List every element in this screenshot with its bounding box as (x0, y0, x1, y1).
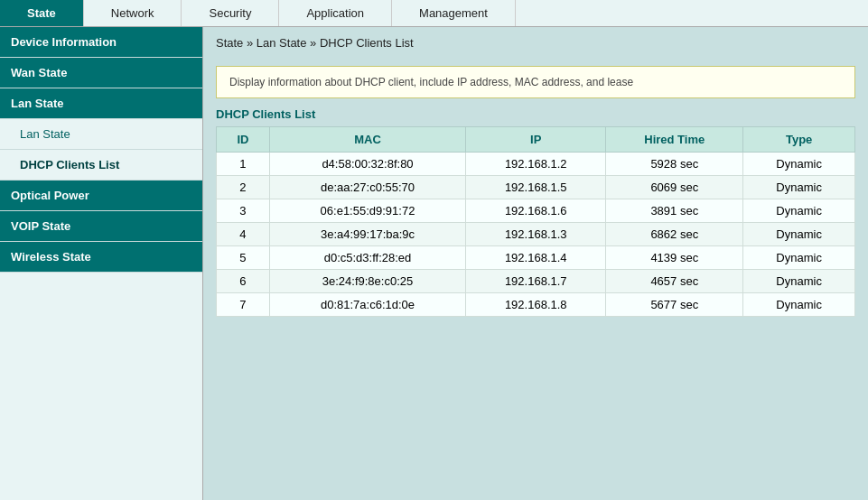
cell-hiredtime: 4657 sec (606, 270, 743, 293)
col-header-mac: MAC (269, 127, 465, 153)
cell-id: 7 (217, 293, 270, 317)
col-header-type: Type (743, 127, 855, 153)
top-navigation: StateNetworkSecurityApplicationManagemen… (0, 0, 868, 27)
dhcp-table-body: 1d4:58:00:32:8f:80192.168.1.25928 secDyn… (217, 153, 855, 317)
cell-id: 5 (217, 246, 270, 270)
cell-type: Dynamic (743, 153, 855, 176)
sidebar-item-voip-state[interactable]: VOIP State (0, 211, 202, 242)
table-row: 63e:24:f9:8e:c0:25192.168.1.74657 secDyn… (217, 270, 855, 293)
cell-id: 6 (217, 270, 270, 293)
dhcp-table: IDMACIPHired TimeType 1d4:58:00:32:8f:80… (216, 126, 855, 317)
cell-hiredtime: 4139 sec (606, 246, 743, 270)
cell-hiredtime: 5928 sec (606, 153, 743, 176)
cell-ip: 192.168.1.2 (466, 153, 606, 176)
sidebar-item-lan-state[interactable]: Lan State (0, 119, 202, 150)
sidebar: Device InformationWan StateLan StateLan … (0, 27, 203, 500)
cell-type: Dynamic (743, 199, 855, 223)
cell-mac: d0:c5:d3:ff:28:ed (269, 246, 465, 270)
cell-type: Dynamic (743, 176, 855, 199)
table-row: 2de:aa:27:c0:55:70192.168.1.56069 secDyn… (217, 176, 855, 199)
info-box: Display information about DHCP client, i… (216, 66, 855, 98)
breadcrumb: State » Lan State » DHCP Clients List (203, 27, 868, 59)
table-row: 7d0:81:7a:c6:1d:0e192.168.1.85677 secDyn… (217, 293, 855, 317)
cell-id: 4 (217, 223, 270, 246)
cell-type: Dynamic (743, 270, 855, 293)
dhcp-section: DHCP Clients List IDMACIPHired TimeType … (216, 107, 855, 317)
cell-id: 2 (217, 176, 270, 199)
sidebar-item-wan-state[interactable]: Wan State (0, 58, 202, 88)
dhcp-table-header: IDMACIPHired TimeType (217, 127, 855, 153)
cell-hiredtime: 3891 sec (606, 199, 743, 223)
cell-mac: 06:e1:55:d9:91:72 (269, 199, 465, 223)
cell-ip: 192.168.1.3 (466, 223, 606, 246)
table-row: 1d4:58:00:32:8f:80192.168.1.25928 secDyn… (217, 153, 855, 176)
sidebar-item-device-information[interactable]: Device Information (0, 27, 202, 58)
col-header-ip: IP (466, 127, 606, 153)
cell-ip: 192.168.1.4 (466, 246, 606, 270)
cell-hiredtime: 5677 sec (606, 293, 743, 317)
cell-ip: 192.168.1.8 (466, 293, 606, 317)
col-header-hired-time: Hired Time (606, 127, 743, 153)
cell-ip: 192.168.1.5 (466, 176, 606, 199)
nav-item-network[interactable]: Network (84, 0, 182, 26)
cell-id: 1 (217, 153, 270, 176)
sidebar-item-dhcp-clients-list[interactable]: DHCP Clients List (0, 150, 202, 181)
nav-item-security[interactable]: Security (182, 0, 279, 26)
cell-mac: d0:81:7a:c6:1d:0e (269, 293, 465, 317)
cell-mac: 3e:a4:99:17:ba:9c (269, 223, 465, 246)
nav-item-application[interactable]: Application (279, 0, 392, 26)
cell-type: Dynamic (743, 223, 855, 246)
cell-type: Dynamic (743, 293, 855, 317)
cell-type: Dynamic (743, 246, 855, 270)
cell-ip: 192.168.1.7 (466, 270, 606, 293)
table-row: 43e:a4:99:17:ba:9c192.168.1.36862 secDyn… (217, 223, 855, 246)
main-content: State » Lan State » DHCP Clients List Di… (203, 27, 868, 500)
table-row: 306:e1:55:d9:91:72192.168.1.63891 secDyn… (217, 199, 855, 223)
sidebar-item-optical-power[interactable]: Optical Power (0, 181, 202, 211)
cell-hiredtime: 6069 sec (606, 176, 743, 199)
dhcp-title: DHCP Clients List (216, 107, 855, 121)
cell-ip: 192.168.1.6 (466, 199, 606, 223)
nav-item-state[interactable]: State (0, 0, 84, 26)
cell-mac: d4:58:00:32:8f:80 (269, 153, 465, 176)
cell-mac: de:aa:27:c0:55:70 (269, 176, 465, 199)
cell-id: 3 (217, 199, 270, 223)
nav-item-management[interactable]: Management (392, 0, 516, 26)
cell-mac: 3e:24:f9:8e:c0:25 (269, 270, 465, 293)
sidebar-item-wireless-state[interactable]: Wireless State (0, 242, 202, 273)
sidebar-item-lan-state[interactable]: Lan State (0, 88, 202, 119)
cell-hiredtime: 6862 sec (606, 223, 743, 246)
table-row: 5d0:c5:d3:ff:28:ed192.168.1.44139 secDyn… (217, 246, 855, 270)
col-header-id: ID (217, 127, 270, 153)
